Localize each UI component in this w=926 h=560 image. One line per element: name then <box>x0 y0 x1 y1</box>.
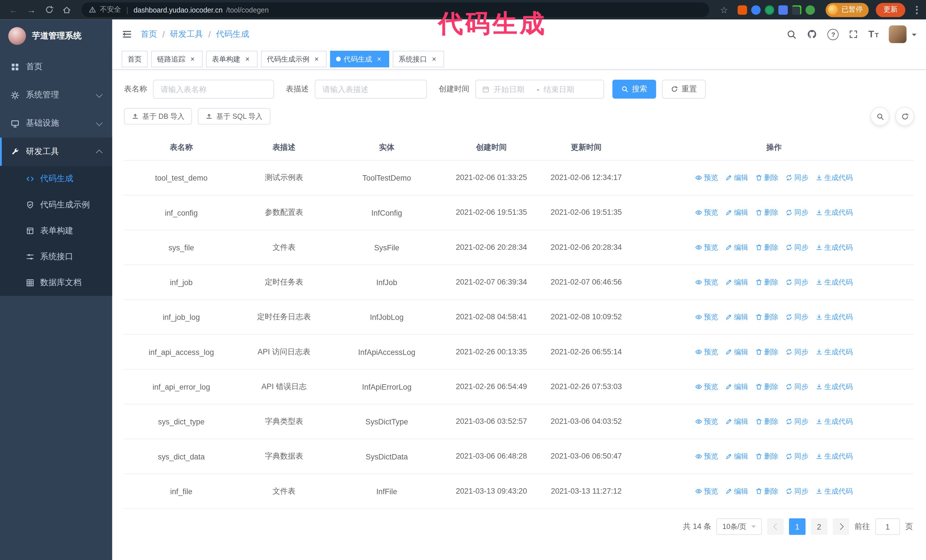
forward-button[interactable]: → <box>24 2 39 17</box>
delete-link[interactable]: 删除 <box>755 277 778 287</box>
edit-link[interactable]: 编辑 <box>725 347 748 357</box>
sync-link[interactable]: 同步 <box>785 347 809 357</box>
generate-code-link[interactable]: 生成代码 <box>816 417 853 426</box>
close-icon[interactable]: × <box>188 55 197 63</box>
preview-link[interactable]: 预览 <box>695 486 718 496</box>
delete-link[interactable]: 删除 <box>755 208 778 217</box>
browser-extension-icon[interactable] <box>805 5 815 15</box>
home-button[interactable] <box>59 2 74 17</box>
next-page-button[interactable] <box>833 518 849 535</box>
generate-code-link[interactable]: 生成代码 <box>816 451 853 462</box>
tab-system-api[interactable]: 系统接口× <box>393 51 444 67</box>
sync-link[interactable]: 同步 <box>785 312 809 322</box>
goto-page-input[interactable] <box>875 518 900 535</box>
edit-link[interactable]: 编辑 <box>725 382 748 392</box>
start-date-input[interactable] <box>494 85 533 94</box>
sidebar-item-home[interactable]: 首页 <box>0 53 112 81</box>
delete-link[interactable]: 删除 <box>755 417 778 426</box>
preview-link[interactable]: 预览 <box>695 277 718 287</box>
edit-link[interactable]: 编辑 <box>725 277 748 287</box>
end-date-input[interactable] <box>544 85 583 94</box>
browser-extension-icon[interactable] <box>751 5 761 15</box>
page-button-2[interactable]: 2 <box>811 518 828 535</box>
search-icon[interactable] <box>787 29 797 39</box>
font-size-icon[interactable]: TT <box>869 30 879 39</box>
preview-link[interactable]: 预览 <box>695 312 718 322</box>
sidebar-item-codegen-example[interactable]: 代码生成示例 <box>0 192 112 218</box>
page-size-select[interactable]: 10条/页 <box>717 518 762 535</box>
delete-link[interactable]: 删除 <box>755 382 778 392</box>
delete-link[interactable]: 删除 <box>755 347 778 357</box>
edit-link[interactable]: 编辑 <box>725 312 748 322</box>
preview-link[interactable]: 预览 <box>695 451 718 462</box>
tab-form-builder[interactable]: 表单构建× <box>206 51 257 67</box>
edit-link[interactable]: 编辑 <box>725 451 748 462</box>
address-bar[interactable]: 不安全 | dashboard.yudao.iocoder.cn/tool/co… <box>82 2 709 17</box>
sidebar-item-db-docs[interactable]: 数据库文档 <box>0 270 112 296</box>
generate-code-link[interactable]: 生成代码 <box>816 173 853 183</box>
generate-code-link[interactable]: 生成代码 <box>816 312 853 322</box>
close-icon[interactable]: × <box>312 55 321 63</box>
import-db-button[interactable]: 基于 DB 导入 <box>124 108 192 124</box>
import-sql-button[interactable]: 基于 SQL 导入 <box>198 108 270 124</box>
browser-extension-icon[interactable] <box>765 5 774 15</box>
generate-code-link[interactable]: 生成代码 <box>816 486 853 496</box>
edit-link[interactable]: 编辑 <box>725 486 748 496</box>
tab-tracing[interactable]: 链路追踪× <box>151 51 203 67</box>
bookmark-star-icon[interactable]: ☆ <box>716 2 732 17</box>
sync-link[interactable]: 同步 <box>785 173 809 183</box>
sidebar-item-form-builder[interactable]: 表单构建 <box>0 218 112 244</box>
page-button-1[interactable]: 1 <box>789 518 805 535</box>
edit-link[interactable]: 编辑 <box>725 242 748 252</box>
prev-page-button[interactable] <box>767 518 784 535</box>
table-desc-input[interactable] <box>315 80 427 98</box>
delete-link[interactable]: 删除 <box>755 173 778 183</box>
toggle-search-button[interactable] <box>870 107 889 125</box>
browser-update-button[interactable]: 更新 <box>876 3 905 17</box>
help-icon[interactable]: ? <box>828 29 839 40</box>
github-icon[interactable] <box>807 29 817 39</box>
breadcrumb-home[interactable]: 首页 <box>141 29 157 39</box>
tab-code-generation[interactable]: 代码生成× <box>330 51 389 67</box>
tab-codegen-example[interactable]: 代码生成示例× <box>261 51 327 67</box>
generate-code-link[interactable]: 生成代码 <box>816 208 853 217</box>
sync-link[interactable]: 同步 <box>785 382 809 392</box>
delete-link[interactable]: 删除 <box>755 312 778 322</box>
generate-code-link[interactable]: 生成代码 <box>816 347 853 357</box>
search-button[interactable]: 搜索 <box>612 80 656 98</box>
edit-link[interactable]: 编辑 <box>725 208 748 217</box>
preview-link[interactable]: 预览 <box>695 417 718 426</box>
preview-link[interactable]: 预览 <box>695 208 718 217</box>
close-icon[interactable]: × <box>375 55 383 63</box>
sync-link[interactable]: 同步 <box>785 242 809 252</box>
sidebar-item-system-management[interactable]: 系统管理 <box>0 81 112 109</box>
sidebar-item-code-generation[interactable]: 代码生成 <box>0 166 112 192</box>
edit-link[interactable]: 编辑 <box>725 417 748 426</box>
sidebar-item-dev-tools[interactable]: 研发工具 <box>0 137 112 166</box>
browser-extension-icon[interactable] <box>778 5 788 15</box>
sync-link[interactable]: 同步 <box>785 277 809 287</box>
breadcrumb-dev-tools[interactable]: 研发工具 <box>170 29 203 39</box>
delete-link[interactable]: 删除 <box>755 486 778 496</box>
table-name-input[interactable] <box>153 80 274 98</box>
sync-link[interactable]: 同步 <box>785 486 809 496</box>
sync-link[interactable]: 同步 <box>785 451 809 462</box>
hamburger-icon[interactable] <box>122 29 132 39</box>
fullscreen-icon[interactable] <box>849 30 858 39</box>
sidebar-item-infrastructure[interactable]: 基础设施 <box>0 109 112 137</box>
sync-link[interactable]: 同步 <box>785 417 809 426</box>
refresh-table-button[interactable] <box>895 107 914 125</box>
back-button[interactable]: ← <box>6 2 21 17</box>
sync-link[interactable]: 同步 <box>785 208 809 217</box>
delete-link[interactable]: 删除 <box>755 242 778 252</box>
preview-link[interactable]: 预览 <box>695 382 718 392</box>
generate-code-link[interactable]: 生成代码 <box>816 242 853 252</box>
preview-link[interactable]: 预览 <box>695 242 718 252</box>
profile-paused-chip[interactable]: 已暂停 <box>826 3 869 17</box>
close-icon[interactable]: × <box>243 55 251 63</box>
browser-menu-icon[interactable] <box>914 3 920 16</box>
reload-button[interactable] <box>41 2 57 17</box>
avatar-caret-icon[interactable] <box>912 33 917 38</box>
generate-code-link[interactable]: 生成代码 <box>816 382 853 392</box>
tab-home[interactable]: 首页 <box>122 51 148 67</box>
